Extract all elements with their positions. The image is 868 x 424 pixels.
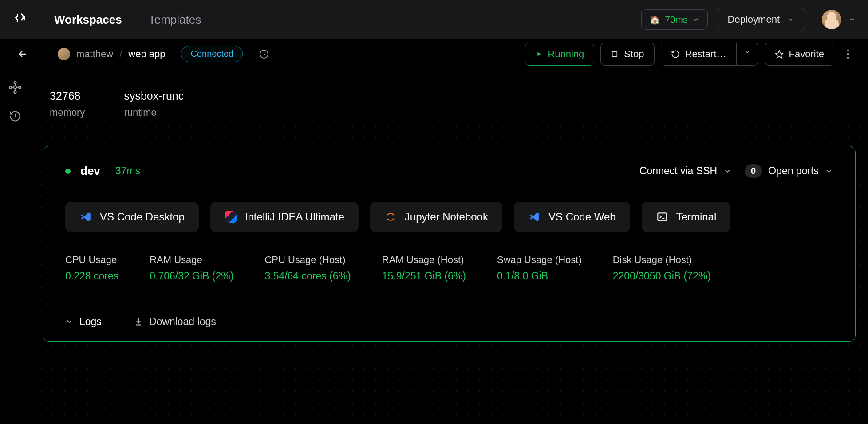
app-jupyter[interactable]: Jupyter Notebook: [370, 202, 502, 232]
favorite-button[interactable]: Favorite: [765, 43, 834, 66]
app-label: Jupyter Notebook: [405, 211, 488, 223]
app-label: IntelliJ IDEA Ultimate: [245, 211, 344, 223]
chevron-down-icon: [65, 318, 73, 326]
terminal-icon: [656, 211, 668, 223]
vscode-icon: [79, 211, 92, 223]
chevron-down-icon: [692, 16, 699, 23]
download-icon: [134, 317, 143, 326]
app-label: VS Code Web: [548, 211, 616, 223]
running-status[interactable]: Running: [525, 43, 594, 66]
card-footer: Logs Download logs: [43, 302, 855, 341]
left-rail: [0, 69, 30, 424]
latency-indicator[interactable]: 🏠 70ms: [641, 9, 707, 30]
app-intellij[interactable]: IntelliJ IDEA Ultimate: [210, 202, 359, 232]
metric-value: 2200/3050 GiB (72%): [613, 270, 711, 282]
chevron-down-icon: [825, 167, 833, 175]
breadcrumb-separator: /: [119, 48, 122, 60]
metric-value: 15.9/251 GiB (6%): [382, 270, 466, 282]
app-terminal[interactable]: Terminal: [642, 202, 731, 232]
nav-workspaces[interactable]: Workspaces: [54, 13, 122, 27]
restart-label: Restart…: [685, 48, 726, 60]
stat-memory-value: 32768: [50, 90, 85, 102]
svg-rect-1: [612, 51, 617, 56]
workspace-header: matthew / web app Connected Running Stop…: [0, 39, 868, 69]
stop-icon: [611, 50, 619, 58]
deployment-dropdown[interactable]: Deployment: [717, 8, 805, 31]
metric-cpu-host: CPU Usage (Host) 3.54/64 cores (6%): [264, 254, 351, 282]
breadcrumb-user[interactable]: matthew: [76, 48, 113, 60]
favorite-label: Favorite: [789, 48, 824, 60]
stat-runtime-value: sysbox-runc: [124, 90, 184, 102]
stat-runtime-label: runtime: [124, 107, 184, 118]
metric-label: RAM Usage (Host): [382, 254, 466, 266]
svg-point-9: [9, 86, 11, 89]
back-button[interactable]: [12, 46, 33, 63]
workspace-stats: 32768 memory sysbox-runc runtime: [50, 69, 855, 118]
intellij-icon: [225, 211, 237, 223]
open-ports-dropdown[interactable]: 0 Open ports: [745, 164, 833, 178]
metric-cpu: CPU Usage 0.228 cores: [65, 254, 118, 282]
open-ports-label: Open ports: [768, 165, 819, 177]
vscode-icon: [528, 211, 541, 223]
metrics-row: CPU Usage 0.228 cores RAM Usage 0.706/32…: [43, 236, 855, 302]
star-icon: [775, 50, 784, 59]
app-vscode-web[interactable]: VS Code Web: [514, 202, 630, 232]
restart-dropdown[interactable]: [737, 43, 758, 66]
metric-value: 3.54/64 cores (6%): [264, 270, 351, 282]
history-icon[interactable]: [9, 110, 21, 122]
metric-value: 0.1/8.0 GiB: [497, 270, 582, 282]
chevron-down-icon: [723, 167, 731, 175]
metric-label: Disk Usage (Host): [613, 254, 711, 266]
svg-point-5: [13, 86, 16, 89]
download-logs-button[interactable]: Download logs: [134, 316, 216, 328]
app-label: VS Code Desktop: [100, 211, 185, 223]
ports-count: 0: [745, 164, 762, 178]
agent-latency: 37ms: [115, 165, 140, 177]
user-menu[interactable]: [822, 10, 856, 29]
logo-icon[interactable]: [12, 12, 28, 27]
avatar-small: [58, 48, 70, 60]
metric-label: RAM Usage: [150, 254, 233, 266]
deployment-label: Deployment: [728, 14, 780, 25]
metric-ram-host: RAM Usage (Host) 15.9/251 GiB (6%): [382, 254, 466, 282]
nav-templates[interactable]: Templates: [149, 13, 201, 27]
agent-header: dev 37ms Connect via SSH 0 Open ports: [43, 146, 855, 187]
breadcrumb-workspace: web app: [128, 48, 165, 60]
body: 32768 memory sysbox-runc runtime dev 37m…: [0, 69, 868, 424]
stop-button[interactable]: Stop: [600, 43, 654, 66]
content: 32768 memory sysbox-runc runtime dev 37m…: [30, 69, 868, 424]
metric-swap-host: Swap Usage (Host) 0.1/8.0 GiB: [497, 254, 582, 282]
status-badge: Connected: [181, 46, 243, 62]
history-button[interactable]: [256, 46, 272, 62]
restart-button-group: Restart…: [661, 43, 758, 66]
agent-card: dev 37ms Connect via SSH 0 Open ports: [43, 146, 856, 342]
chevron-down-icon: [787, 16, 794, 23]
top-nav: Workspaces Templates 🏠 70ms Deployment: [0, 0, 868, 39]
metric-label: CPU Usage (Host): [264, 254, 351, 266]
logs-label: Logs: [79, 316, 102, 328]
metric-label: Swap Usage (Host): [497, 254, 582, 266]
logs-toggle[interactable]: Logs: [65, 316, 102, 328]
running-label: Running: [548, 48, 584, 60]
status-dot: [65, 169, 71, 174]
network-icon[interactable]: [8, 81, 22, 94]
jupyter-icon: [384, 211, 397, 223]
latency-value: 70ms: [665, 14, 687, 25]
restart-icon: [671, 50, 680, 59]
app-vscode-desktop[interactable]: VS Code Desktop: [65, 202, 199, 232]
svg-point-8: [14, 91, 16, 93]
metric-value: 0.228 cores: [65, 270, 118, 282]
svg-point-6: [14, 82, 16, 84]
svg-point-3: [847, 53, 849, 55]
download-logs-label: Download logs: [149, 316, 216, 328]
breadcrumb: matthew / web app: [58, 48, 165, 60]
svg-point-2: [847, 49, 849, 51]
more-menu[interactable]: [840, 49, 856, 59]
connect-ssh-dropdown[interactable]: Connect via SSH: [639, 165, 731, 177]
restart-button[interactable]: Restart…: [661, 43, 737, 66]
agent-name: dev: [80, 164, 100, 178]
stat-memory-label: memory: [50, 107, 85, 118]
nav-links: Workspaces Templates: [54, 13, 201, 27]
metric-value: 0.706/32 GiB (2%): [150, 270, 233, 282]
metric-label: CPU Usage: [65, 254, 118, 266]
